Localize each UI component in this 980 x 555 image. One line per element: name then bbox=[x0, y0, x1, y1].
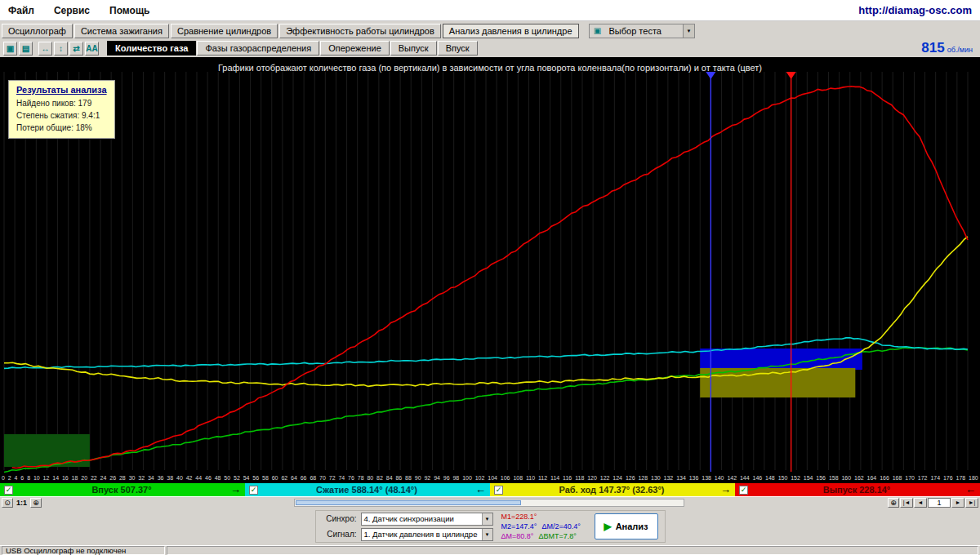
analysis-subtab[interactable]: Опережение bbox=[320, 41, 390, 56]
sync-select[interactable]: 4. Датчик синхронизации ▼ bbox=[361, 513, 493, 526]
arrow-left-icon[interactable]: ← bbox=[475, 485, 486, 495]
x-tick-label: 168 bbox=[893, 474, 902, 482]
text-size-icon[interactable]: AA bbox=[85, 42, 99, 56]
x-tick-label: 64 bbox=[291, 474, 297, 482]
signal-selectors: Синхро: 4. Датчик синхронизации ▼ Сигнал… bbox=[323, 513, 493, 541]
page-number-input[interactable] bbox=[928, 498, 951, 508]
x-tick-label: 82 bbox=[376, 474, 383, 482]
x-tick-label: 42 bbox=[186, 474, 193, 482]
measurement-value: ΔM=80.8° bbox=[501, 531, 534, 541]
main-tab[interactable]: Сравнение цилиндров bbox=[171, 24, 278, 38]
menu-item[interactable]: Помощь bbox=[109, 5, 149, 16]
arrow-right-icon[interactable]: → bbox=[720, 485, 731, 495]
x-tick-label: 134 bbox=[676, 474, 686, 482]
x-tick-label: 18 bbox=[72, 474, 78, 482]
zoom-row: ⊙ 1:1 ⊕ ⊕ |◄ ◄ ► ►| bbox=[0, 496, 980, 508]
x-tick-label: 84 bbox=[386, 474, 393, 482]
analysis-line: Найдено пиков: 179 bbox=[16, 97, 107, 109]
x-tick-label: 138 bbox=[702, 474, 711, 482]
x-tick-label: 114 bbox=[550, 474, 559, 482]
x-tick-label: 62 bbox=[281, 474, 287, 482]
measurement-value: ΔВМТ=7.8° bbox=[538, 531, 576, 541]
zoom-out-button[interactable]: ⊙ bbox=[2, 498, 13, 508]
website-link[interactable]: http://diamag-osc.com bbox=[858, 4, 972, 16]
chevron-down-icon[interactable]: ▼ bbox=[482, 513, 492, 525]
x-tick-label: 68 bbox=[310, 474, 316, 482]
chevron-down-icon[interactable]: ▼ bbox=[683, 24, 694, 38]
x-tick-label: 172 bbox=[918, 474, 928, 482]
analysis-line: Потери общие: 18% bbox=[16, 122, 107, 134]
analysis-subtab[interactable]: Количество газа bbox=[107, 41, 196, 56]
zoom-extra-button[interactable]: ⊕ bbox=[888, 498, 899, 508]
x-tick-label: 46 bbox=[205, 474, 212, 482]
stroke-checkbox[interactable]: ✓ bbox=[739, 486, 748, 495]
x-tick-label: 116 bbox=[563, 474, 572, 482]
analysis-subtab[interactable]: Выпуск bbox=[390, 41, 437, 56]
red-cursor-handle bbox=[786, 72, 796, 79]
blue-cursor-handle bbox=[706, 72, 715, 79]
signal-label: Сигнал: bbox=[323, 530, 357, 539]
chart-scrollbar[interactable] bbox=[294, 499, 684, 507]
x-tick-label: 104 bbox=[488, 474, 497, 482]
blue-selection bbox=[700, 349, 862, 370]
analyze-button-label: Анализ bbox=[616, 522, 648, 531]
main-tab[interactable]: Осциллограф bbox=[2, 24, 73, 38]
menu-bar: ФайлСервисПомощь http://diamag-osc.com bbox=[0, 0, 980, 21]
zoom-reset-label[interactable]: 1:1 bbox=[15, 499, 29, 507]
swap-channels-icon[interactable]: ⇄ bbox=[69, 42, 83, 56]
next-page-button[interactable]: ► bbox=[951, 498, 964, 508]
x-tick-label: 80 bbox=[367, 474, 373, 482]
x-tick-label: 88 bbox=[405, 474, 412, 482]
measurement-row: M2=147.4°ΔM/2=40.4° bbox=[501, 522, 586, 531]
x-tick-label: 124 bbox=[612, 474, 622, 482]
fit-width-icon[interactable]: ↔ bbox=[38, 42, 52, 56]
chevron-down-icon[interactable]: ▼ bbox=[482, 529, 492, 540]
main-tabs: ОсциллографСистема зажиганияСравнение ци… bbox=[2, 24, 579, 38]
measurement-value: M1=228.1° bbox=[501, 512, 537, 522]
x-tick-label: 128 bbox=[638, 474, 648, 482]
x-tick-label: 160 bbox=[841, 474, 851, 482]
arrow-left-icon[interactable]: ← bbox=[965, 485, 976, 495]
x-tick-label: 48 bbox=[215, 474, 221, 482]
main-tab[interactable]: Система зажигания bbox=[74, 24, 169, 38]
main-tab[interactable]: Анализ давления в цилиндре bbox=[443, 24, 579, 38]
main-tab[interactable]: Эффективность работы цилиндров bbox=[279, 24, 441, 38]
zoom-in-button[interactable]: ⊕ bbox=[30, 498, 42, 508]
toolbar-icons: ▣▤↔↕⇄AA bbox=[3, 42, 99, 56]
last-page-button[interactable]: ►| bbox=[965, 498, 978, 508]
analysis-subtab[interactable]: Фазы газораспределения bbox=[197, 41, 319, 56]
scrollbar-thumb[interactable] bbox=[296, 500, 521, 505]
prev-page-button[interactable]: ◄ bbox=[914, 498, 927, 508]
fit-height-icon[interactable]: ↕ bbox=[54, 42, 68, 56]
stroke-checkbox[interactable]: ✓ bbox=[4, 486, 13, 495]
stroke-checkbox[interactable]: ✓ bbox=[249, 486, 258, 495]
analysis-lines: Найдено пиков: 179Степень сжатия: 9.4:1П… bbox=[16, 97, 107, 134]
toolbar: ▣▤↔↕⇄AA Количество газаФазы газораспреде… bbox=[0, 39, 980, 57]
signal-select[interactable]: 1. Датчик давления в цилиндре ▼ bbox=[361, 528, 493, 541]
x-tick-label: 52 bbox=[234, 474, 240, 482]
x-tick-label: 98 bbox=[452, 474, 459, 482]
waveform-grid-icon[interactable]: ▤ bbox=[19, 42, 33, 56]
stroke-label: Впуск 507.37° bbox=[17, 485, 226, 495]
x-tick-label: 58 bbox=[262, 474, 269, 482]
x-tick-label: 148 bbox=[765, 474, 775, 482]
stroke-bar: ✓Выпуск 228.14°← bbox=[735, 483, 980, 496]
x-tick-label: 36 bbox=[158, 474, 164, 482]
x-tick-label: 28 bbox=[119, 474, 126, 482]
waveform-window-icon[interactable]: ▣ bbox=[3, 42, 17, 56]
x-tick-label: 136 bbox=[689, 474, 699, 482]
stroke-checkbox[interactable]: ✓ bbox=[494, 486, 503, 495]
first-page-button[interactable]: |◄ bbox=[900, 498, 913, 508]
x-tick-label: 86 bbox=[395, 474, 402, 482]
stroke-bars: ✓Впуск 507.37°→✓Сжатие 588.14° (48.14°)←… bbox=[0, 483, 980, 496]
test-select[interactable]: ▣ Выбор теста ▼ bbox=[589, 24, 695, 38]
analysis-subtab[interactable]: Впуск bbox=[438, 41, 478, 56]
menu-item[interactable]: Файл bbox=[8, 5, 34, 16]
x-tick-label: 56 bbox=[252, 474, 259, 482]
analyze-button[interactable]: ▶ Анализ bbox=[595, 513, 658, 539]
menu-item[interactable]: Сервис bbox=[54, 5, 90, 16]
x-tick-label: 106 bbox=[501, 474, 510, 482]
arrow-right-icon[interactable]: → bbox=[230, 485, 241, 495]
x-tick-label: 70 bbox=[319, 474, 326, 482]
x-tick-label: 150 bbox=[778, 474, 788, 482]
